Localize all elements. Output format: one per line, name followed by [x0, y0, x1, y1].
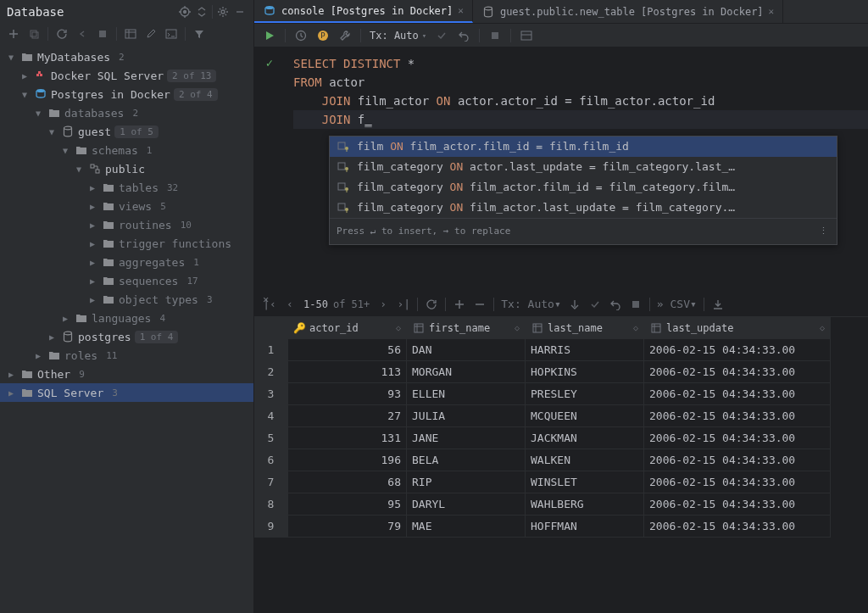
expand-arrow-icon[interactable]: ▶	[19, 71, 31, 81]
next-page-icon[interactable]: ›	[376, 298, 390, 311]
cell[interactable]: JULIA	[407, 405, 526, 427]
remove-row-icon[interactable]	[473, 298, 487, 311]
expand-arrow-icon[interactable]: ▼	[19, 90, 31, 99]
tree-node[interactable]: ▶views5	[0, 197, 253, 215]
column-header[interactable]: last_name◇	[526, 317, 644, 339]
minimize-icon[interactable]	[233, 5, 247, 19]
expand-arrow-icon[interactable]: ▶	[5, 370, 17, 379]
sql-editor[interactable]: ✓ SELECT DISTINCT * FROM actor JOIN film…	[254, 47, 868, 288]
expand-arrow-icon[interactable]: ▶	[86, 295, 98, 304]
tree-node[interactable]: ▼MyDatabases2	[0, 47, 253, 66]
cell[interactable]: WINSLET	[526, 471, 644, 493]
cell[interactable]: 113	[288, 361, 407, 383]
cell[interactable]: 2006-02-15 04:34:33.00	[644, 427, 831, 449]
results-tx-button[interactable]: Tx: Auto▾	[501, 298, 560, 310]
table-view-icon[interactable]	[124, 27, 137, 41]
cell[interactable]: PRESLEY	[526, 383, 644, 405]
tree-node[interactable]: ▼public	[0, 159, 253, 178]
cell[interactable]: 68	[288, 471, 407, 493]
reload-icon[interactable]	[425, 298, 438, 311]
cell[interactable]: 2006-02-15 04:34:33.00	[644, 471, 831, 493]
cell[interactable]: WALKEN	[526, 449, 644, 471]
cell[interactable]: ELLEN	[407, 383, 526, 405]
cell[interactable]: MAE	[407, 515, 526, 538]
cell[interactable]: RIP	[407, 471, 526, 493]
tree-node[interactable]: ▶trigger functions	[0, 234, 253, 253]
cell[interactable]: 2006-02-15 04:34:33.00	[644, 339, 831, 361]
run-icon[interactable]	[263, 29, 276, 42]
tree-node[interactable]: ▶routines10	[0, 215, 253, 234]
close-results-icon[interactable]: ✕	[263, 293, 269, 305]
row-header-corner[interactable]	[254, 317, 288, 339]
prev-page-icon[interactable]: ‹	[283, 298, 297, 311]
output-options-icon[interactable]	[520, 29, 533, 42]
stop-icon[interactable]	[96, 27, 109, 41]
cell[interactable]: BELA	[407, 449, 526, 471]
cell[interactable]: DAN	[407, 339, 526, 361]
commit-icon[interactable]	[435, 29, 448, 42]
expand-arrow-icon[interactable]: ▶	[86, 220, 98, 230]
column-header[interactable]: last_update◇	[644, 317, 831, 339]
cell[interactable]: 56	[288, 339, 407, 361]
tree-node[interactable]: ▶object types3	[0, 290, 253, 309]
expand-arrow-icon[interactable]: ▼	[32, 109, 44, 118]
tree-node[interactable]: ▼databases2	[0, 103, 253, 122]
cell[interactable]: HOPKINS	[526, 361, 644, 383]
tree-node[interactable]: ▶SQL Server3	[0, 383, 253, 402]
cell[interactable]: MORGAN	[407, 361, 526, 383]
gear-icon[interactable]	[216, 5, 230, 19]
completion-popup[interactable]: film ON film_actor.film_id = film.film_i…	[329, 136, 837, 245]
cancel-query-icon[interactable]	[488, 29, 502, 42]
cell[interactable]: JACKMAN	[526, 427, 644, 449]
format-button[interactable]: CSV▾	[670, 298, 697, 310]
expand-arrow-icon[interactable]: ▶	[86, 183, 98, 192]
results-grid[interactable]: 🔑actor_id◇first_name◇last_name◇last_upda…	[254, 317, 868, 538]
sort-icon[interactable]: ◇	[820, 323, 825, 332]
expand-arrow-icon[interactable]: ▶	[46, 332, 58, 342]
cell[interactable]: 2006-02-15 04:34:33.00	[644, 449, 831, 471]
results-submit-icon[interactable]	[568, 298, 581, 311]
column-header[interactable]: first_name◇	[407, 317, 526, 339]
editor-tab[interactable]: guest.public.new_table [Postgres in Dock…	[473, 0, 783, 23]
completion-item[interactable]: film_category ON actor.last_update = fil…	[330, 157, 837, 177]
rollback-icon[interactable]	[457, 29, 470, 42]
expand-arrow-icon[interactable]: ▼	[59, 146, 71, 155]
copy-icon[interactable]	[27, 27, 41, 41]
cell[interactable]: MCQUEEN	[526, 405, 644, 427]
cell[interactable]: 95	[288, 493, 407, 515]
cell[interactable]: HOFFMAN	[526, 515, 644, 538]
tree-node[interactable]: ▶Other9	[0, 365, 253, 383]
cell[interactable]: DARYL	[407, 493, 526, 515]
database-tree[interactable]: ▼MyDatabases2▶Docker SQL Server2 of 13▼P…	[0, 44, 253, 613]
add-icon[interactable]	[7, 27, 20, 41]
edit-icon[interactable]	[144, 27, 158, 41]
refresh-icon[interactable]	[55, 27, 69, 41]
revert-icon[interactable]	[75, 27, 89, 41]
expand-arrow-icon[interactable]: ▶	[86, 239, 98, 248]
results-rollback-icon[interactable]	[609, 298, 622, 311]
last-page-icon[interactable]: ›|	[397, 298, 410, 311]
cell[interactable]: 131	[288, 427, 407, 449]
cell[interactable]: WAHLBERG	[526, 493, 644, 515]
completion-item[interactable]: film ON film_actor.film_id = film.film_i…	[330, 137, 837, 157]
cell[interactable]: 79	[288, 515, 407, 538]
console-icon[interactable]	[164, 27, 178, 41]
explain-icon[interactable]: P	[316, 29, 330, 42]
sort-icon[interactable]: ◇	[515, 323, 520, 332]
tree-node[interactable]: ▶Docker SQL Server2 of 13	[0, 66, 253, 85]
expand-arrow-icon[interactable]: ▼	[46, 127, 58, 137]
tx-mode-button[interactable]: Tx: Auto▾	[370, 30, 426, 42]
completion-item[interactable]: film_category ON film_actor.film_id = fi…	[330, 177, 837, 198]
results-commit-icon[interactable]	[588, 298, 602, 311]
more-icon[interactable]: ⋮	[816, 225, 830, 238]
cell[interactable]: 2006-02-15 04:34:33.00	[644, 361, 831, 383]
cell[interactable]: 2006-02-15 04:34:33.00	[644, 405, 831, 427]
cell[interactable]: 93	[288, 383, 407, 405]
expand-arrow-icon[interactable]: ▶	[86, 276, 98, 286]
sort-icon[interactable]: ◇	[633, 323, 638, 332]
completion-item[interactable]: film_category ON film_actor.last_update …	[330, 198, 837, 218]
expand-arrow-icon[interactable]: ▶	[5, 388, 17, 398]
cell[interactable]: 2006-02-15 04:34:33.00	[644, 515, 831, 538]
tree-node[interactable]: ▼Postgres in Docker2 of 4	[0, 85, 253, 103]
tree-node[interactable]: ▼schemas1	[0, 141, 253, 159]
